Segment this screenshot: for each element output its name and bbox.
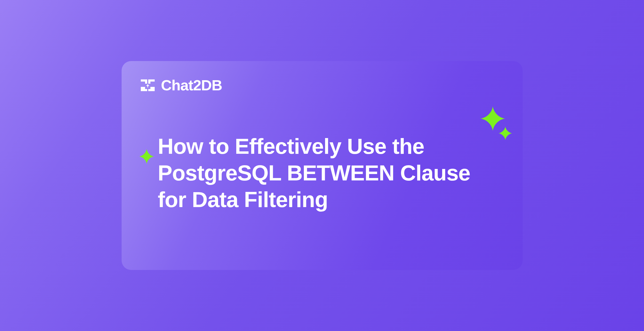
brand-name: Chat2DB <box>161 76 222 94</box>
sparkle-icon <box>139 149 154 164</box>
promo-card: Chat2DB How to Effectively Use the Postg… <box>0 0 644 331</box>
brand-logo: Chat2DB <box>139 76 222 94</box>
headline-text: How to Effectively Use the PostgreSQL BE… <box>158 133 477 213</box>
sparkle-icon <box>499 127 512 140</box>
chat2db-logo-icon <box>139 77 156 94</box>
inner-card: Chat2DB How to Effectively Use the Postg… <box>122 61 523 270</box>
